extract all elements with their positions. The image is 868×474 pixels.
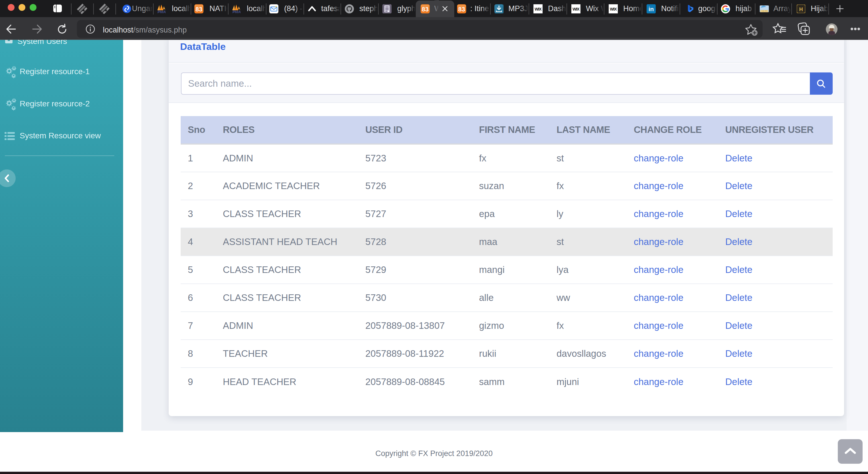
svg-text:WIX: WIX <box>535 7 542 11</box>
svg-text:H: H <box>799 6 803 12</box>
svg-text:WIX: WIX <box>572 7 580 11</box>
svg-text:83: 83 <box>458 6 465 13</box>
svg-text:WIX: WIX <box>610 7 617 11</box>
svg-text:83: 83 <box>195 6 202 13</box>
svg-text:in: in <box>649 6 654 12</box>
svg-text:PMA: PMA <box>232 10 241 14</box>
svg-text:PMA: PMA <box>158 10 166 14</box>
svg-text:83: 83 <box>422 6 429 13</box>
